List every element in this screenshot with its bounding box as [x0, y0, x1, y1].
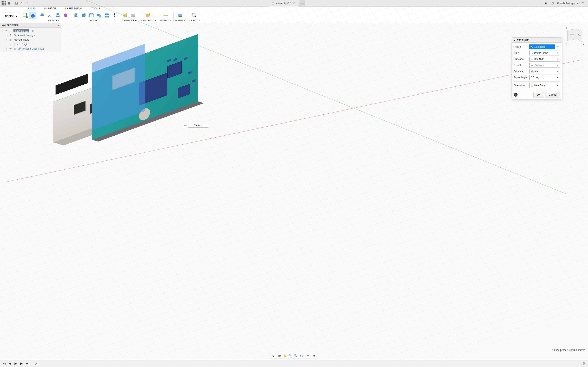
taper-input[interactable]: 0.0 deg ▼ [529, 75, 560, 80]
browser-item-label: Named Views [14, 38, 29, 41]
revolve-icon[interactable] [39, 12, 46, 19]
timeline-end-icon[interactable]: ⏭ [25, 361, 29, 366]
browser-item-label: rcstick-f-small v30:1 [22, 47, 44, 50]
browser-title: BROWSER [7, 24, 18, 26]
direction-value: One Side [534, 58, 544, 60]
tab-sheet-metal[interactable]: SHEET METAL [64, 7, 83, 11]
grid-settings-icon[interactable]: ▤ [305, 354, 310, 358]
distance-input[interactable]: -1 mm ▼ [529, 69, 560, 74]
timeline-play-icon[interactable]: ▶ [13, 361, 18, 366]
extent-label: Extent [514, 64, 528, 67]
save-icon[interactable] [13, 0, 19, 6]
dialog-info-icon[interactable]: i [514, 93, 518, 97]
browser-item-named-views[interactable]: ▷🗀 Named Views [0, 38, 61, 42]
redo-icon[interactable]: ↷ [26, 0, 31, 6]
new-sketch-icon[interactable] [22, 12, 29, 19]
svg-line-16 [56, 15, 57, 16]
extent-dropdown[interactable]: ↔ Distance ▼ [529, 63, 560, 68]
browser-item-label: Document Settings [14, 34, 35, 37]
svg-rect-4 [3, 2, 4, 3]
chevron-down-icon: ▼ [557, 70, 559, 72]
pan-icon[interactable]: ✋ [283, 354, 287, 358]
browser-collapse-icon[interactable]: ◀◀ [2, 24, 5, 27]
svg-rect-7 [3, 4, 4, 5]
row-extent: Extent ↔ Distance ▼ [514, 62, 560, 68]
extrude-icon[interactable] [29, 12, 36, 19]
viewport[interactable]: ◀◀ BROWSER ● ▽👁◫ example v1 ◉ ▷⚙ Documen… [0, 23, 588, 360]
zoom-window-icon[interactable]: 🔍 [293, 354, 298, 358]
browser-settings-icon[interactable]: ● [58, 24, 60, 26]
browser-panel: ◀◀ BROWSER ● ▽👁◫ example v1 ◉ ▷⚙ Documen… [0, 23, 61, 52]
ok-button[interactable]: OK [533, 92, 544, 98]
chevron-down-icon[interactable]: ▼ [201, 124, 203, 126]
operation-value: New Body [534, 84, 545, 87]
direction-dropdown[interactable]: ▱ One Side ▼ [529, 57, 560, 62]
svg-rect-0 [2, 1, 3, 2]
distance-label: Distance [514, 70, 528, 73]
timeline-fwd-icon[interactable]: ▶ [19, 361, 24, 366]
profile-clear-icon[interactable]: × [556, 45, 560, 48]
inline-dimension-value: -1mm [193, 124, 200, 127]
row-distance: Distance -1 mm ▼ [514, 68, 560, 75]
browser-item-component[interactable]: ▷👁◫🔗 rcstick-f-small v30:1 [0, 47, 61, 51]
group-quick [20, 11, 38, 22]
viewcube-front[interactable]: FRONT [567, 29, 577, 41]
cursor-icon: ↖ [531, 45, 533, 48]
inline-dim-grip[interactable] [184, 123, 187, 128]
timeline-back-icon[interactable]: ◀ [8, 361, 12, 366]
undo-icon[interactable]: ↶ [20, 0, 25, 6]
sweep-icon[interactable] [47, 12, 53, 19]
view-cube[interactable]: z TOP FRONT RIGHT y x [566, 27, 584, 45]
svg-rect-6 [2, 4, 3, 5]
apps-grid-icon[interactable] [1, 0, 7, 6]
browser-root-label: example v1 [13, 29, 29, 33]
model-usb-pcb[interactable]: ⬇ -1mm ▼ [53, 47, 200, 141]
profile-value: 1 selected [534, 45, 545, 48]
svg-rect-14 [57, 13, 59, 15]
dialog-titlebar[interactable]: ● EXTRUDE [512, 38, 562, 43]
profile-selection-chip[interactable]: ↖ 1 selected [529, 44, 555, 49]
orbit-icon[interactable]: ⟲ [271, 354, 276, 358]
profile-label: Profile [514, 45, 528, 48]
direction-label: Direction [514, 58, 528, 60]
extrude-direction-arrow-icon[interactable]: ⬇ [169, 106, 174, 113]
look-at-icon[interactable]: ▦ [277, 354, 282, 358]
browser-header[interactable]: ◀◀ BROWSER ● [0, 23, 61, 28]
zoom-icon[interactable]: 🔍 [288, 354, 292, 358]
browser-item-label: Origin [22, 43, 28, 46]
start-dropdown[interactable]: ↦ Profile Plane ▼ [529, 50, 560, 55]
extent-icon: ↔ [531, 64, 533, 67]
svg-line-17 [59, 15, 60, 16]
viewport-layout-icon[interactable]: ▦ [311, 354, 316, 358]
dialog-title: EXTRUDE [517, 39, 529, 42]
tab-solid[interactable]: SOLID [26, 7, 36, 11]
browser-item-origin[interactable]: ▷👁🗀 Origin [0, 42, 61, 47]
display-settings-icon[interactable]: 🖵 [299, 354, 304, 358]
tab-surface[interactable]: SURFACE [43, 7, 57, 11]
chevron-down-icon: ▼ [557, 58, 559, 60]
file-menu-icon[interactable] [7, 0, 13, 6]
operation-label: Operation [514, 84, 528, 87]
cancel-button[interactable]: Cancel [545, 92, 560, 98]
row-profile: Profile ↖ 1 selected × [514, 44, 560, 50]
timeline-settings-icon[interactable]: ⚙ [581, 361, 586, 366]
timeline-feature-icon[interactable] [34, 361, 38, 366]
distance-value: -1 mm [531, 70, 538, 73]
axis-x-label: x [583, 43, 584, 45]
operation-dropdown[interactable]: ◫ New Body ▼ [529, 83, 560, 88]
browser-item-doc-settings[interactable]: ▷⚙ Document Settings [0, 33, 61, 38]
chevron-down-icon: ▼ [557, 52, 559, 54]
svg-rect-1 [3, 1, 4, 2]
extrude-dialog: ● EXTRUDE Profile ↖ 1 selected × Start ↦… [512, 38, 562, 99]
dialog-collapse-icon[interactable]: ● [514, 39, 516, 42]
browser-tree: ▽👁◫ example v1 ◉ ▷⚙ Document Settings ▷🗀… [0, 28, 61, 52]
viewcube-right[interactable]: RIGHT [577, 29, 582, 42]
taper-value: 0.0 deg [531, 76, 539, 79]
inline-dimension-input[interactable]: -1mm ▼ [188, 123, 208, 128]
row-taper: Taper Angle 0.0 deg ▼ [514, 75, 560, 81]
workspace-switcher[interactable]: DESIGN ▼ [2, 12, 20, 20]
browser-root[interactable]: ▽👁◫ example v1 ◉ [0, 29, 61, 33]
timeline-start-icon[interactable]: ⏮ [2, 361, 7, 366]
svg-rect-2 [5, 1, 6, 2]
chevron-down-icon: ▼ [557, 76, 559, 78]
